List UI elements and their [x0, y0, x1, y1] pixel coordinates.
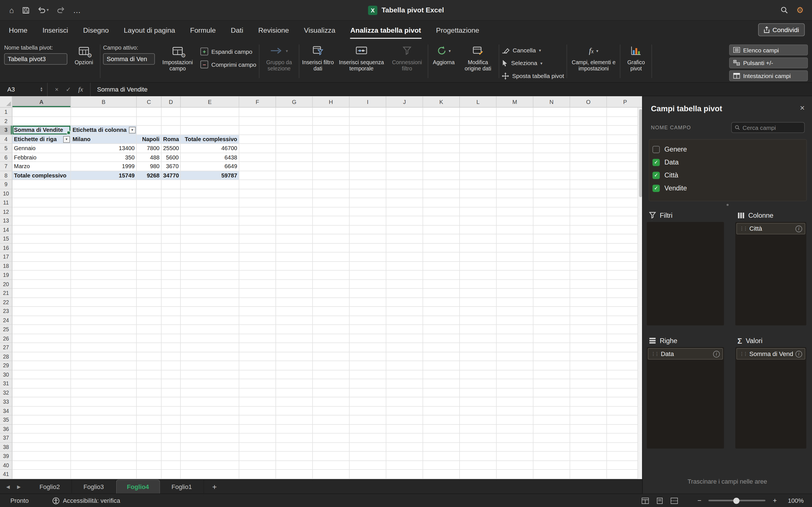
cell-B37[interactable]: [71, 434, 137, 443]
cell-I18[interactable]: [350, 262, 386, 270]
cell-H10[interactable]: [313, 189, 349, 198]
cell-B18[interactable]: [71, 262, 137, 270]
cell-C21[interactable]: [137, 289, 161, 298]
cell-O34[interactable]: [570, 406, 607, 415]
cell-H29[interactable]: [313, 361, 349, 370]
cell-P24[interactable]: [607, 316, 642, 325]
cell-O27[interactable]: [570, 343, 607, 352]
cell-G22[interactable]: [276, 298, 313, 307]
column-header-K[interactable]: K: [423, 96, 460, 108]
cell-G26[interactable]: [276, 334, 313, 343]
area-chip-data[interactable]: ⋮⋮Datai: [648, 348, 723, 359]
cell-A19[interactable]: [12, 271, 71, 280]
cell-O28[interactable]: [570, 352, 607, 361]
cell-O9[interactable]: [570, 180, 607, 189]
cell-C16[interactable]: [137, 243, 161, 252]
cell-I36[interactable]: [350, 425, 386, 434]
cell-L13[interactable]: [460, 216, 497, 225]
cell-P32[interactable]: [607, 388, 642, 397]
cell-D24[interactable]: [161, 316, 181, 325]
cell-F21[interactable]: [239, 289, 276, 298]
cell-O41[interactable]: [570, 470, 607, 479]
area-chip-somma-di-vendi[interactable]: ⋮⋮Somma di Vendi...i: [737, 348, 805, 359]
cell-J11[interactable]: [386, 198, 423, 207]
cell-O21[interactable]: [570, 289, 607, 298]
cell-H16[interactable]: [313, 243, 349, 252]
cell-M11[interactable]: [497, 198, 533, 207]
filter-connections-button[interactable]: Connessioni filtro: [389, 41, 425, 72]
cell-G13[interactable]: [276, 216, 313, 225]
accessibility-status[interactable]: Accessibilità: verifica: [52, 497, 120, 504]
cell-M9[interactable]: [497, 180, 533, 189]
cell-A32[interactable]: [12, 388, 71, 397]
cell-G20[interactable]: [276, 280, 313, 289]
cell-K36[interactable]: [423, 425, 460, 434]
cell-P27[interactable]: [607, 343, 642, 352]
cell-N12[interactable]: [534, 207, 570, 216]
column-header-P[interactable]: P: [607, 96, 642, 108]
cell-J7[interactable]: [386, 162, 423, 171]
cell-K10[interactable]: [423, 189, 460, 198]
cell-D33[interactable]: [161, 397, 181, 406]
cell-A1[interactable]: [12, 108, 71, 117]
cell-G23[interactable]: [276, 307, 313, 316]
cell-F19[interactable]: [239, 271, 276, 280]
cell-P31[interactable]: [607, 379, 642, 388]
cell-I41[interactable]: [350, 470, 386, 479]
cell-G27[interactable]: [276, 343, 313, 352]
cell-L34[interactable]: [460, 406, 497, 415]
cell-C6[interactable]: 488: [137, 153, 161, 162]
cell-K41[interactable]: [423, 470, 460, 479]
cell-J35[interactable]: [386, 415, 423, 425]
cell-A37[interactable]: [12, 434, 71, 443]
cell-H2[interactable]: [313, 117, 349, 126]
insert-function-icon[interactable]: fx: [78, 85, 83, 93]
cell-L28[interactable]: [460, 352, 497, 361]
cell-C38[interactable]: [137, 443, 161, 452]
cell-P28[interactable]: [607, 352, 642, 361]
cell-G10[interactable]: [276, 189, 313, 198]
cell-M33[interactable]: [497, 397, 533, 406]
column-header-B[interactable]: B: [71, 96, 137, 108]
checkbox-vendite[interactable]: ✓: [652, 184, 660, 192]
cell-K20[interactable]: [423, 280, 460, 289]
cell-K1[interactable]: [423, 108, 460, 117]
cell-I38[interactable]: [350, 443, 386, 452]
cell-N3[interactable]: [534, 126, 570, 135]
cell-K15[interactable]: [423, 234, 460, 243]
cell-F11[interactable]: [239, 198, 276, 207]
cell-C39[interactable]: [137, 452, 161, 460]
cell-M29[interactable]: [497, 361, 533, 370]
cell-L27[interactable]: [460, 343, 497, 352]
cell-H32[interactable]: [313, 388, 349, 397]
field-item-citt[interactable]: ✓Città: [652, 169, 803, 182]
cell-B10[interactable]: [71, 189, 137, 198]
cell-C41[interactable]: [137, 470, 161, 479]
cell-I31[interactable]: [350, 379, 386, 388]
sheet-tab-foglio3[interactable]: Foglio3: [72, 480, 116, 494]
cell-E8[interactable]: 59787: [181, 171, 239, 180]
cell-I4[interactable]: [350, 135, 386, 144]
cell-M20[interactable]: [497, 280, 533, 289]
cell-C31[interactable]: [137, 379, 161, 388]
cell-J27[interactable]: [386, 343, 423, 352]
cell-E23[interactable]: [181, 307, 239, 316]
cell-D9[interactable]: [161, 180, 181, 189]
cell-N17[interactable]: [534, 252, 570, 262]
cell-E37[interactable]: [181, 434, 239, 443]
field-search-input[interactable]: [742, 124, 801, 131]
cell-I9[interactable]: [350, 180, 386, 189]
cell-H33[interactable]: [313, 397, 349, 406]
cell-L9[interactable]: [460, 180, 497, 189]
cell-C7[interactable]: 980: [137, 162, 161, 171]
row-header-25[interactable]: 25: [0, 325, 12, 334]
cell-C3[interactable]: [137, 126, 161, 135]
cell-E31[interactable]: [181, 379, 239, 388]
cell-E38[interactable]: [181, 443, 239, 452]
column-header-A[interactable]: A: [12, 96, 71, 108]
checkbox-data[interactable]: ✓: [652, 159, 660, 166]
cell-K23[interactable]: [423, 307, 460, 316]
cell-M8[interactable]: [497, 171, 533, 180]
cell-L19[interactable]: [460, 271, 497, 280]
cell-J6[interactable]: [386, 153, 423, 162]
